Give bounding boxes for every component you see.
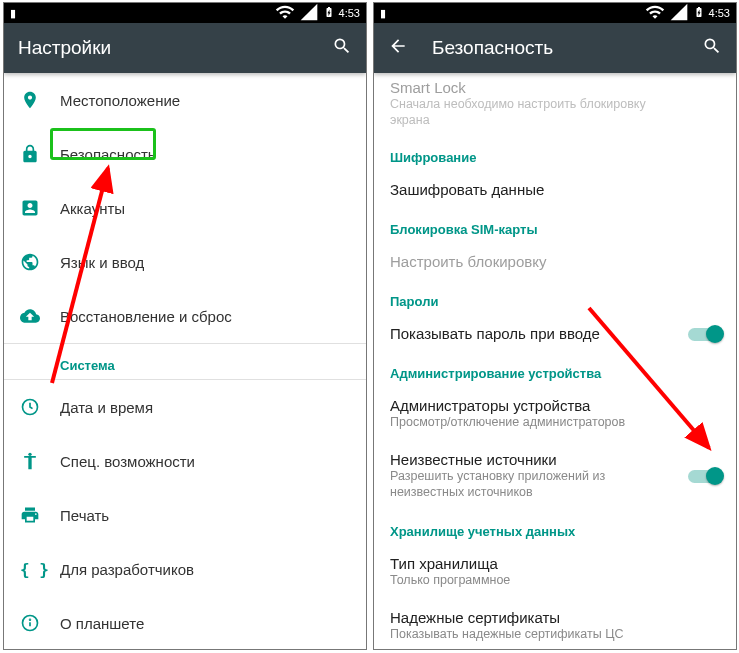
lock-icon xyxy=(20,144,60,164)
row-print[interactable]: Печать xyxy=(4,488,366,542)
label-smart-lock: Smart Lock xyxy=(390,79,670,96)
svg-point-4 xyxy=(30,619,31,620)
label-print: Печать xyxy=(60,507,109,524)
info-icon xyxy=(20,613,60,633)
label-accessibility: Спец. возможности xyxy=(60,453,195,470)
row-backup[interactable]: Восстановление и сброс xyxy=(4,289,366,343)
sub-smart-lock: Сначала необходимо настроить блокировку … xyxy=(390,97,670,128)
label-storage-type: Тип хранилища xyxy=(390,555,670,572)
sub-storage-type: Только программное xyxy=(390,573,670,589)
phone-security: ▮ 4:53 Безопасность Smart Lock Сначала н… xyxy=(373,2,737,650)
app-bar-security: Безопасность xyxy=(374,23,736,73)
row-unknown-sources[interactable]: Неизвестные источники Разрешить установк… xyxy=(374,441,736,510)
label-backup: Восстановление и сброс xyxy=(60,308,232,325)
search-icon[interactable] xyxy=(702,36,722,61)
svg-point-1 xyxy=(28,453,31,456)
location-icon xyxy=(20,90,60,110)
label-unknown-sources: Неизвестные источники xyxy=(390,451,670,468)
toggle-show-password[interactable] xyxy=(688,325,722,343)
row-developer[interactable]: { } Для разработчиков xyxy=(4,542,366,596)
label-developer: Для разработчиков xyxy=(60,561,194,578)
globe-icon xyxy=(20,252,60,272)
section-credentials: Хранилище учетных данных xyxy=(374,510,736,545)
notification-icon: ▮ xyxy=(10,7,16,20)
page-title: Настройки xyxy=(18,37,332,59)
label-about: О планшете xyxy=(60,615,144,632)
label-sim-setup: Настроить блокировку xyxy=(390,253,670,270)
clock-icon xyxy=(20,397,60,417)
label-encrypt: Зашифровать данные xyxy=(390,181,670,198)
row-security[interactable]: Безопасность xyxy=(4,127,366,181)
status-time: 4:53 xyxy=(709,7,730,19)
row-show-password[interactable]: Показывать пароль при вводе xyxy=(374,315,736,352)
signal-icon xyxy=(299,2,319,24)
label-device-admins: Администраторы устройства xyxy=(390,397,670,414)
label-datetime: Дата и время xyxy=(60,399,153,416)
label-security: Безопасность xyxy=(60,146,156,163)
label-language: Язык и ввод xyxy=(60,254,144,271)
row-about[interactable]: О планшете xyxy=(4,596,366,649)
status-time: 4:53 xyxy=(339,7,360,19)
row-storage-type[interactable]: Тип хранилища Только программное xyxy=(374,545,736,599)
row-sim-setup: Настроить блокировку xyxy=(374,243,736,280)
signal-icon xyxy=(669,2,689,24)
status-bar: ▮ 4:53 xyxy=(374,3,736,23)
wifi-icon xyxy=(275,2,295,24)
braces-icon: { } xyxy=(20,560,60,579)
section-encryption: Шифрование xyxy=(374,136,736,171)
sub-unknown-sources: Разрешить установку приложений из неизве… xyxy=(390,469,670,500)
label-location: Местоположение xyxy=(60,92,180,109)
page-title: Безопасность xyxy=(432,37,702,59)
section-sim: Блокировка SIM-карты xyxy=(374,208,736,243)
sub-trusted-certs: Показывать надежные сертификаты ЦС xyxy=(390,627,670,643)
label-show-password: Показывать пароль при вводе xyxy=(390,325,670,342)
security-list: Smart Lock Сначала необходимо настроить … xyxy=(374,73,736,649)
row-trusted-certs[interactable]: Надежные сертификаты Показывать надежные… xyxy=(374,599,736,649)
section-system: Система xyxy=(4,344,366,379)
battery-icon xyxy=(693,4,705,22)
row-accounts[interactable]: Аккаунты xyxy=(4,181,366,235)
row-accessibility[interactable]: Спец. возможности xyxy=(4,434,366,488)
sub-device-admins: Просмотр/отключение администраторов xyxy=(390,415,670,431)
account-icon xyxy=(20,198,60,218)
status-bar: ▮ 4:53 xyxy=(4,3,366,23)
accessibility-icon xyxy=(20,451,60,471)
wifi-icon xyxy=(645,2,665,24)
row-location[interactable]: Местоположение xyxy=(4,73,366,127)
settings-list: Местоположение Безопасность Аккаунты Язы… xyxy=(4,73,366,649)
backup-icon xyxy=(20,306,60,326)
phone-settings: ▮ 4:53 Настройки Местоположение Безопасн… xyxy=(3,2,367,650)
label-trusted-certs: Надежные сертификаты xyxy=(390,609,670,626)
row-language[interactable]: Язык и ввод xyxy=(4,235,366,289)
label-accounts: Аккаунты xyxy=(60,200,125,217)
row-device-admins[interactable]: Администраторы устройства Просмотр/отклю… xyxy=(374,387,736,441)
back-icon[interactable] xyxy=(388,36,408,61)
notification-icon: ▮ xyxy=(380,7,386,20)
battery-icon xyxy=(323,4,335,22)
row-encrypt[interactable]: Зашифровать данные xyxy=(374,171,736,208)
print-icon xyxy=(20,505,60,525)
row-smart-lock: Smart Lock Сначала необходимо настроить … xyxy=(374,73,736,136)
section-passwords: Пароли xyxy=(374,280,736,315)
row-datetime[interactable]: Дата и время xyxy=(4,380,366,434)
toggle-unknown-sources[interactable] xyxy=(688,467,722,485)
section-device-admin: Администрирование устройства xyxy=(374,352,736,387)
app-bar-settings: Настройки xyxy=(4,23,366,73)
search-icon[interactable] xyxy=(332,36,352,61)
